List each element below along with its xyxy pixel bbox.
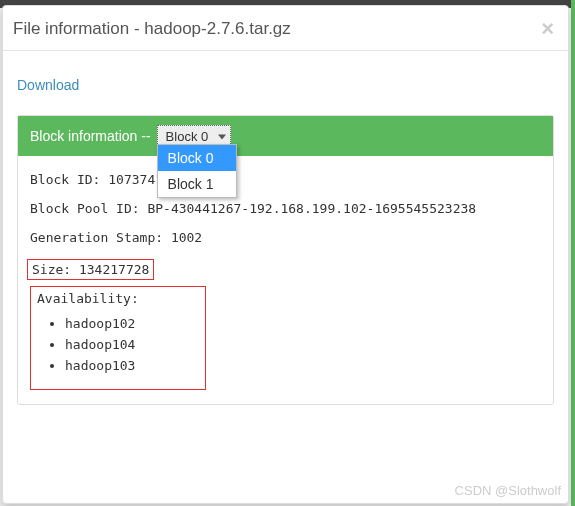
gen-stamp-label: Generation Stamp: (30, 230, 163, 245)
right-green-edge (571, 0, 575, 506)
download-link[interactable]: Download (17, 77, 554, 93)
chevron-down-icon (218, 134, 226, 139)
block-pool-line: Block Pool ID: BP-430441267-192.168.199.… (30, 201, 541, 216)
generation-stamp-line: Generation Stamp: 1002 (30, 230, 541, 245)
block-id-line: Block ID: 1073741826 (30, 172, 541, 187)
block-info-panel: Block information -- Block 0 Block 0 Blo… (17, 115, 554, 405)
panel-body: Block ID: 1073741826 Block Pool ID: BP-4… (18, 156, 553, 404)
close-icon[interactable]: × (541, 18, 554, 40)
availability-highlight-box: Availability: hadoop102 hadoop104 hadoop… (30, 286, 206, 390)
block-select-wrap: Block 0 Block 0 Block 1 (157, 128, 232, 144)
dropdown-option-0[interactable]: Block 0 (158, 145, 236, 171)
list-item: hadoop103 (65, 358, 199, 373)
list-item: hadoop102 (65, 316, 199, 331)
size-line-wrap: Size: 134217728 (30, 259, 541, 286)
block-id-label: Block ID: (30, 172, 100, 187)
block-pool-value: BP-430441267-192.168.199.102-16955455232… (147, 201, 476, 216)
availability-list: hadoop102 hadoop104 hadoop103 (65, 316, 199, 373)
file-info-modal: File information - hadoop-2.7.6.tar.gz ×… (2, 5, 569, 504)
block-pool-label: Block Pool ID: (30, 201, 140, 216)
block-select-dropdown: Block 0 Block 1 (157, 144, 237, 198)
modal-header: File information - hadoop-2.7.6.tar.gz × (3, 6, 568, 51)
list-item: hadoop104 (65, 337, 199, 352)
watermark: CSDN @Slothwolf (455, 483, 561, 498)
gen-stamp-value: 1002 (171, 230, 202, 245)
dropdown-option-1[interactable]: Block 1 (158, 171, 236, 197)
size-label: Size: (32, 262, 71, 277)
availability-label: Availability: (37, 291, 199, 306)
size-value: 134217728 (79, 262, 149, 277)
size-highlight-box: Size: 134217728 (27, 259, 154, 280)
modal-body: Download Block information -- Block 0 Bl… (3, 51, 568, 419)
modal-title: File information - hadoop-2.7.6.tar.gz (13, 19, 291, 39)
block-select-value: Block 0 (166, 129, 209, 144)
block-info-label: Block information -- (30, 128, 151, 144)
panel-header: Block information -- Block 0 Block 0 Blo… (18, 116, 553, 156)
